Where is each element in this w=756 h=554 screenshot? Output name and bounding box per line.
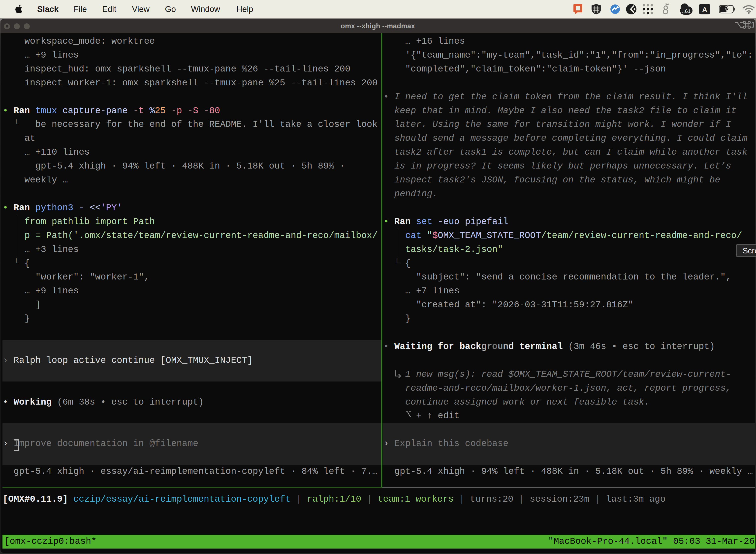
svg-text:1: 1 [751, 21, 754, 29]
svg-text:A: A [702, 6, 707, 13]
svg-text:..61: ..61 [682, 8, 691, 14]
